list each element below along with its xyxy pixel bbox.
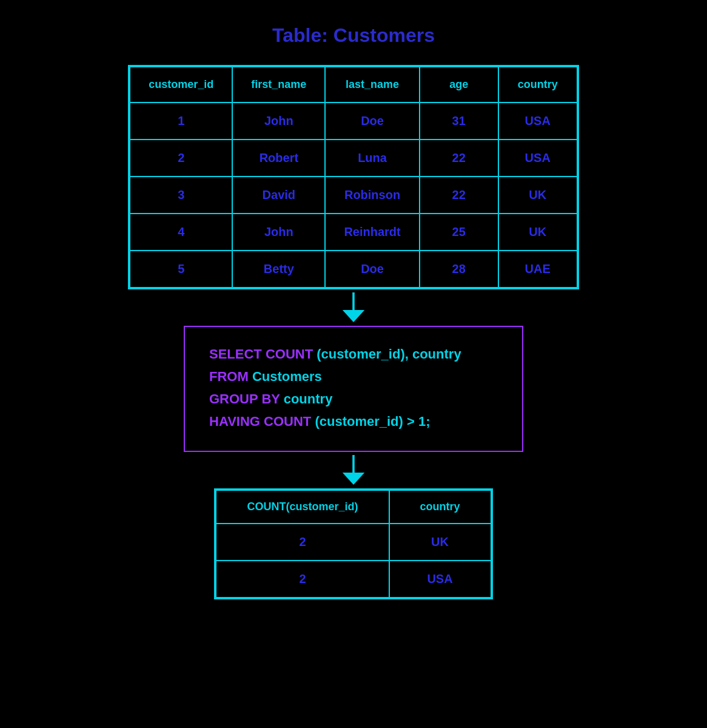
table-cell: Doe bbox=[325, 103, 419, 140]
table-cell: Robinson bbox=[325, 177, 419, 214]
customers-table-header-first_name: first_name bbox=[232, 67, 325, 103]
customers-table-wrapper: customer_idfirst_namelast_nameagecountry… bbox=[128, 65, 578, 289]
table-cell: Robert bbox=[232, 140, 325, 177]
table-row: 3DavidRobinson22UK bbox=[130, 177, 577, 214]
table-cell: UK bbox=[389, 524, 491, 561]
table-row: 2RobertLuna22USA bbox=[130, 140, 577, 177]
table-cell: UK bbox=[498, 177, 577, 214]
result-table-header-country: country bbox=[389, 490, 491, 524]
table-cell: John bbox=[232, 214, 325, 251]
result-table: COUNT(customer_id)country 2UK2USA bbox=[215, 490, 491, 598]
table-cell: 22 bbox=[420, 177, 498, 214]
table-cell: 25 bbox=[420, 214, 498, 251]
result-table-header-COUNT-customer-id-: COUNT(customer_id) bbox=[216, 490, 389, 524]
sql-keyword-from: FROM bbox=[209, 369, 249, 384]
sql-text-4: (customer_id) > 1; bbox=[315, 414, 430, 429]
table-row: 2UK bbox=[216, 524, 491, 561]
table-cell: 3 bbox=[130, 177, 232, 214]
table-cell: USA bbox=[389, 561, 491, 598]
sql-keyword-having: HAVING bbox=[209, 414, 264, 429]
result-table-wrapper: COUNT(customer_id)country 2UK2USA bbox=[214, 488, 492, 599]
table-cell: 2 bbox=[216, 561, 389, 598]
arrow-down-1 bbox=[341, 289, 366, 326]
sql-text-1: (customer_id), country bbox=[317, 346, 461, 362]
customers-table-header-customer_id: customer_id bbox=[130, 67, 232, 103]
table-cell: David bbox=[232, 177, 325, 214]
sql-func-count-2: COUNT bbox=[264, 414, 311, 429]
table-cell: 2 bbox=[130, 140, 232, 177]
table-cell: UAE bbox=[498, 251, 577, 288]
svg-marker-3 bbox=[343, 473, 364, 485]
table-cell: UK bbox=[498, 214, 577, 251]
table-cell: Reinhardt bbox=[325, 214, 419, 251]
sql-line-3: GROUP BY country bbox=[209, 389, 498, 409]
table-cell: 22 bbox=[420, 140, 498, 177]
result-table-header-row: COUNT(customer_id)country bbox=[216, 490, 491, 524]
arrow-down-2 bbox=[341, 452, 366, 488]
sql-line-4: HAVING COUNT (customer_id) > 1; bbox=[209, 411, 498, 431]
page-title: Table: Customers bbox=[272, 24, 435, 47]
table-cell: USA bbox=[498, 103, 577, 140]
svg-marker-1 bbox=[343, 310, 364, 322]
table-row: 4JohnReinhardt25UK bbox=[130, 214, 577, 251]
sql-text-3: country bbox=[284, 391, 333, 406]
sql-func-count-1: COUNT bbox=[266, 346, 313, 362]
sql-text-2: Customers bbox=[252, 369, 322, 384]
table-row: 5BettyDoe28UAE bbox=[130, 251, 577, 288]
table-cell: 5 bbox=[130, 251, 232, 288]
sql-line-1: SELECT COUNT (customer_id), country bbox=[209, 344, 498, 364]
sql-line-2: FROM Customers bbox=[209, 366, 498, 386]
table-cell: Doe bbox=[325, 251, 419, 288]
table-row: 2USA bbox=[216, 561, 491, 598]
table-row: 1JohnDoe31USA bbox=[130, 103, 577, 140]
sql-query-box: SELECT COUNT (customer_id), country FROM… bbox=[184, 326, 523, 452]
table-cell: 28 bbox=[420, 251, 498, 288]
table-cell: USA bbox=[498, 140, 577, 177]
table-cell: 4 bbox=[130, 214, 232, 251]
table-cell: 1 bbox=[130, 103, 232, 140]
customers-table-header-last_name: last_name bbox=[325, 67, 419, 103]
table-cell: 2 bbox=[216, 524, 389, 561]
customers-table-header-country: country bbox=[498, 67, 577, 103]
customers-table-header-age: age bbox=[420, 67, 498, 103]
table-cell: 31 bbox=[420, 103, 498, 140]
sql-keyword-select: SELECT bbox=[209, 346, 266, 362]
table-cell: Betty bbox=[232, 251, 325, 288]
table-cell: John bbox=[232, 103, 325, 140]
table-cell: Luna bbox=[325, 140, 419, 177]
customers-table-header-row: customer_idfirst_namelast_nameagecountry bbox=[130, 67, 577, 103]
sql-keyword-groupby: GROUP BY bbox=[209, 391, 280, 406]
customers-table: customer_idfirst_namelast_nameagecountry… bbox=[129, 66, 577, 288]
